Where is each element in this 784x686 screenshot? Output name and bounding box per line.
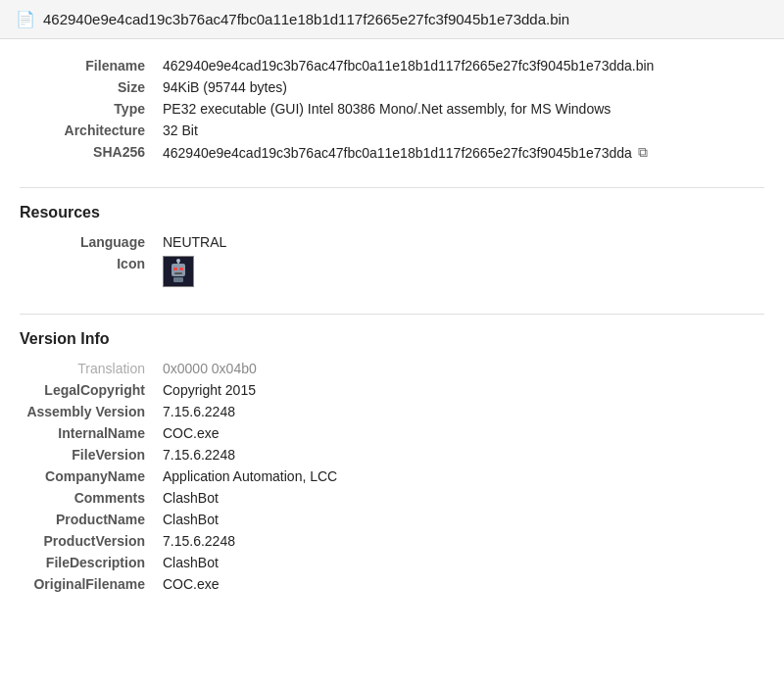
version-field-label: Assembly Version [20, 401, 157, 422]
icon-svg [165, 258, 192, 285]
field-label: Architecture [20, 120, 157, 141]
svg-rect-1 [172, 264, 185, 276]
version-info-row: Assembly Version7.15.6.2248 [20, 401, 764, 422]
resources-language-row: Language NEUTRAL [20, 231, 764, 253]
version-field-value: Application Automation, LCC [157, 466, 764, 487]
file-icon: 📄 [16, 10, 35, 28]
language-label: Language [20, 231, 157, 253]
version-field-value: 7.15.6.2248 [157, 530, 764, 552]
version-info-section-title: Version Info [20, 330, 764, 348]
version-field-value: Copyright 2015 [157, 379, 764, 401]
version-field-label: ProductVersion [20, 530, 157, 552]
svg-rect-2 [173, 268, 177, 270]
version-field-value: ClashBot [157, 552, 764, 573]
icon-value [157, 253, 764, 290]
file-info-row: SHA256462940e9e4cad19c3b76ac47fbc0a11e18… [20, 141, 764, 164]
version-field-value: ClashBot [157, 487, 764, 509]
version-info-table: Translation0x0000 0x04b0LegalCopyrightCo… [20, 358, 764, 595]
file-info-table: Filename462940e9e4cad19c3b76ac47fbc0a11e… [20, 55, 764, 164]
version-field-value: COC.exe [157, 573, 764, 595]
version-info-row: InternalNameCOC.exe [20, 422, 764, 444]
icon-preview [163, 256, 194, 287]
svg-rect-3 [179, 268, 183, 270]
version-info-row: FileDescriptionClashBot [20, 552, 764, 573]
resources-section-title: Resources [20, 204, 764, 221]
file-info-row: Filename462940e9e4cad19c3b76ac47fbc0a11e… [20, 55, 764, 76]
file-info-row: Size94KiB (95744 bytes) [20, 76, 764, 98]
field-value: 462940e9e4cad19c3b76ac47fbc0a11e18b1d117… [157, 55, 764, 76]
svg-point-6 [176, 259, 180, 263]
version-field-value: ClashBot [157, 509, 764, 530]
version-field-value: COC.exe [157, 422, 764, 444]
version-info-row: CompanyNameApplication Automation, LCC [20, 466, 764, 487]
file-info-row: TypePE32 executable (GUI) Intel 80386 Mo… [20, 98, 764, 120]
svg-rect-7 [173, 277, 183, 282]
version-info-row: ProductVersion7.15.6.2248 [20, 530, 764, 552]
field-value: 462940e9e4cad19c3b76ac47fbc0a11e18b1d117… [157, 141, 764, 164]
version-field-value: 0x0000 0x04b0 [157, 358, 764, 379]
version-info-row: FileVersion7.15.6.2248 [20, 444, 764, 466]
version-info-row: Translation0x0000 0x04b0 [20, 358, 764, 379]
copy-icon[interactable]: ⧉ [638, 144, 648, 161]
version-info-row: CommentsClashBot [20, 487, 764, 509]
field-label: Filename [20, 55, 157, 76]
version-field-label: LegalCopyright [20, 379, 157, 401]
icon-label: Icon [20, 253, 157, 290]
version-field-label: ProductName [20, 509, 157, 530]
sha256-value: 462940e9e4cad19c3b76ac47fbc0a11e18b1d117… [163, 145, 632, 161]
version-field-label: FileVersion [20, 444, 157, 466]
version-field-label: OriginalFilename [20, 573, 157, 595]
version-field-value: 7.15.6.2248 [157, 401, 764, 422]
version-field-label: FileDescription [20, 552, 157, 573]
field-value: 32 Bit [157, 120, 764, 141]
field-label: Size [20, 76, 157, 98]
version-info-row: LegalCopyrightCopyright 2015 [20, 379, 764, 401]
svg-rect-4 [174, 272, 182, 274]
version-info-row: OriginalFilenameCOC.exe [20, 573, 764, 595]
version-field-label: CompanyName [20, 466, 157, 487]
field-label: SHA256 [20, 141, 157, 164]
resources-table: Language NEUTRAL Icon [20, 231, 764, 290]
file-info-row: Architecture32 Bit [20, 120, 764, 141]
divider-1 [20, 187, 764, 188]
content-area: Filename462940e9e4cad19c3b76ac47fbc0a11e… [0, 39, 784, 634]
version-info-row: ProductNameClashBot [20, 509, 764, 530]
page-header: 📄 462940e9e4cad19c3b76ac47fbc0a11e18b1d1… [0, 0, 784, 39]
field-value: 94KiB (95744 bytes) [157, 76, 764, 98]
version-field-label: Comments [20, 487, 157, 509]
sha256-row: 462940e9e4cad19c3b76ac47fbc0a11e18b1d117… [163, 144, 759, 161]
version-field-label: Translation [20, 358, 157, 379]
language-value: NEUTRAL [157, 231, 764, 253]
resources-icon-row: Icon [20, 253, 764, 290]
divider-2 [20, 314, 764, 315]
version-field-label: InternalName [20, 422, 157, 444]
field-value: PE32 executable (GUI) Intel 80386 Mono/.… [157, 98, 764, 120]
field-label: Type [20, 98, 157, 120]
page-title: 462940e9e4cad19c3b76ac47fbc0a11e18b1d117… [43, 11, 569, 27]
version-field-value: 7.15.6.2248 [157, 444, 764, 466]
